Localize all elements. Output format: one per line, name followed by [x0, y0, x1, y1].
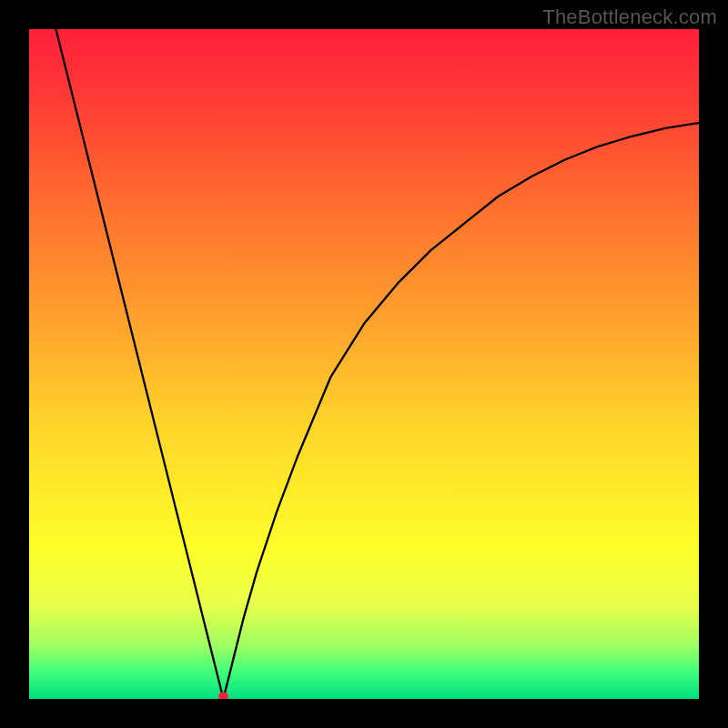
- plot-area: [29, 29, 699, 699]
- chart-frame: TheBottleneck.com: [0, 0, 728, 728]
- notch-marker-icon: [218, 693, 228, 700]
- chart-curve: [29, 29, 699, 699]
- watermark-text: TheBottleneck.com: [542, 5, 717, 29]
